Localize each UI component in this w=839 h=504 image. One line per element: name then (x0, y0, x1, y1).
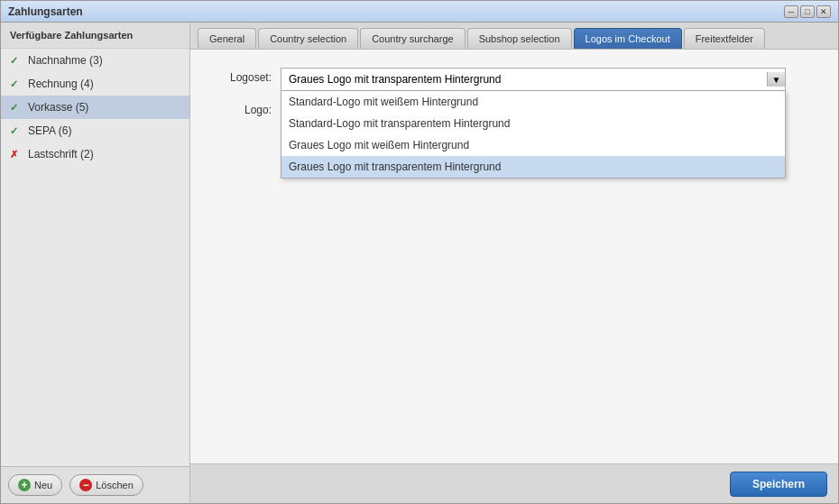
delete-label: Löschen (96, 480, 134, 490)
new-icon: + (18, 479, 31, 491)
tab-general[interactable]: General (198, 28, 256, 49)
tab-country-selection[interactable]: Country selection (258, 28, 358, 49)
sidebar-footer: + Neu − Löschen (1, 466, 189, 503)
dropdown-option-opt2[interactable]: Standard-Logo mit transparentem Hintergr… (281, 113, 785, 134)
check-icon: ✓ (10, 102, 18, 113)
dropdown-option-opt4[interactable]: Graues Logo mit transparentem Hintergrun… (281, 156, 785, 178)
sidebar-item-label-rechnung: Rechnung (4) (28, 78, 94, 90)
tab-freitextfelder[interactable]: Freitextfelder (684, 28, 765, 49)
logoset-dropdown[interactable]: Graues Logo mit transparentem Hintergrun… (281, 68, 786, 91)
close-button[interactable]: ✕ (816, 5, 831, 18)
window-controls: ─ □ ✕ (784, 5, 831, 18)
sidebar-item-lastschrift[interactable]: ✗Lastschrift (2) (1, 142, 189, 166)
save-button[interactable]: Speichern (730, 472, 827, 497)
check-icon: ✓ (10, 55, 18, 66)
sidebar-item-label-sepa: SEPA (6) (28, 124, 71, 137)
sidebar-list: ✓Nachnahme (3)✓Rechnung (4)✓Vorkasse (5)… (1, 49, 189, 466)
dropdown-list: Standard-Logo mit weißem HintergrundStan… (281, 91, 786, 179)
window-title: Zahlungsarten (8, 5, 83, 18)
status-icon-rechnung: ✓ (10, 78, 23, 90)
minimize-button[interactable]: ─ (784, 5, 798, 18)
sidebar-item-label-lastschrift: Lastschrift (2) (28, 148, 94, 160)
dropdown-arrow-icon: ▼ (767, 72, 785, 87)
new-label: Neu (34, 480, 52, 490)
sidebar-header: Verfügbare Zahlungsarten (1, 23, 189, 49)
check-icon: ✓ (10, 125, 18, 136)
main-content: GeneralCountry selectionCountry surcharg… (190, 23, 838, 503)
logoset-row: Logoset: Graues Logo mit transparentem H… (208, 68, 820, 91)
new-button[interactable]: + Neu (8, 474, 62, 496)
sidebar-item-label-vorkasse: Vorkasse (5) (28, 101, 88, 114)
status-icon-nachnahme: ✓ (10, 55, 23, 67)
logo-label: Logo: (208, 100, 281, 116)
delete-icon: − (79, 479, 92, 491)
tab-subshop-selection[interactable]: Subshop selection (467, 28, 572, 49)
dropdown-value: Graues Logo mit transparentem Hintergrun… (289, 73, 501, 86)
sidebar-item-sepa[interactable]: ✓SEPA (6) (1, 119, 189, 142)
sidebar-item-label-nachnahme: Nachnahme (3) (28, 54, 103, 67)
maximize-button[interactable]: □ (800, 5, 815, 18)
bottom-bar: Speichern (190, 463, 838, 503)
dropdown-option-opt3[interactable]: Graues Logo mit weißem Hintergrund (281, 134, 785, 156)
status-icon-lastschrift: ✗ (10, 149, 23, 160)
tab-country-surcharge[interactable]: Country surcharge (360, 28, 466, 49)
delete-button[interactable]: − Löschen (69, 474, 143, 496)
window-body: Verfügbare Zahlungsarten ✓Nachnahme (3)✓… (1, 23, 838, 503)
title-bar: Zahlungsarten ─ □ ✕ (1, 1, 838, 23)
dropdown-selected[interactable]: Graues Logo mit transparentem Hintergrun… (281, 68, 786, 91)
content-area: Logoset: Graues Logo mit transparentem H… (190, 50, 838, 463)
dropdown-option-opt1[interactable]: Standard-Logo mit weißem Hintergrund (281, 91, 785, 113)
cross-icon: ✗ (10, 149, 18, 160)
main-window: Zahlungsarten ─ □ ✕ Verfügbare Zahlungsa… (0, 0, 839, 504)
tab-logos-im-checkout[interactable]: Logos im Checkout (574, 28, 682, 49)
sidebar: Verfügbare Zahlungsarten ✓Nachnahme (3)✓… (1, 23, 190, 503)
sidebar-item-rechnung[interactable]: ✓Rechnung (4) (1, 72, 189, 96)
sidebar-item-vorkasse[interactable]: ✓Vorkasse (5) (1, 96, 189, 119)
status-icon-sepa: ✓ (10, 125, 23, 137)
status-icon-vorkasse: ✓ (10, 102, 23, 114)
check-icon: ✓ (10, 78, 18, 89)
tabs-bar: GeneralCountry selectionCountry surcharg… (190, 23, 838, 50)
sidebar-item-nachnahme[interactable]: ✓Nachnahme (3) (1, 49, 189, 72)
logoset-label: Logoset: (208, 68, 281, 84)
